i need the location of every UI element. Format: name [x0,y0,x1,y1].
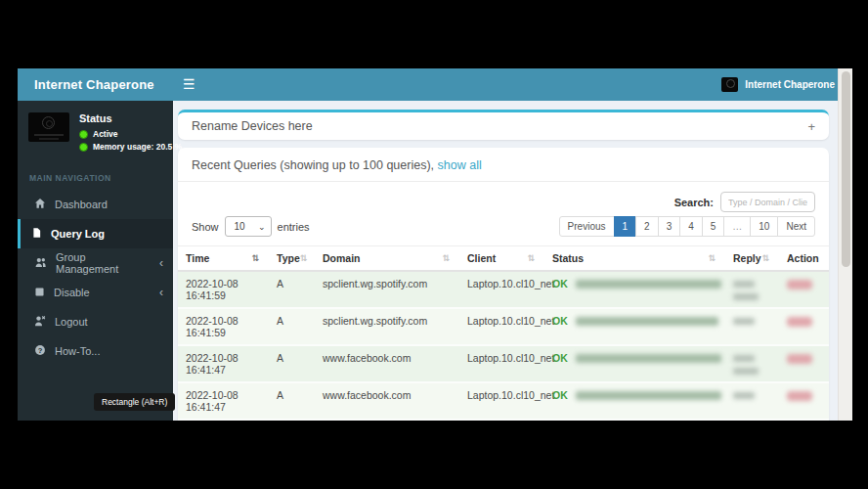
cell-client: Laptop.10.cl10_net [459,382,544,420]
pagination-page-4[interactable]: 4 [679,216,703,237]
col-header-client[interactable]: Client⇅ [459,246,544,272]
logout-icon [34,315,46,329]
scrollbar-thumb[interactable] [842,71,850,267]
table-row: 2022-10-08 16:41:47 A www.facebook.com L… [178,382,829,420]
sort-icon: ⇅ [442,253,450,263]
sort-icon: ⇅ [251,253,259,263]
home-icon [34,198,46,211]
sidebar-item-how-to[interactable]: ? How-To... [18,336,173,366]
pagination-page-10[interactable]: 10 [750,216,778,237]
sidebar-nav: Dashboard Query Log Group Management ‹ D… [18,190,173,366]
screenshot-tooltip: Rectangle (Alt+R) [94,393,175,411]
col-header-domain[interactable]: Domain⇅ [315,246,459,272]
brand-logo [28,112,69,142]
page-size-control: Show 10 ⌄ entries [192,216,310,237]
expand-icon[interactable]: + [807,119,815,134]
sort-icon: ⇅ [300,253,308,263]
redacted-action-button[interactable] [787,354,812,364]
menu-toggle-icon[interactable]: ☰ [183,76,195,93]
show-label: Show [192,221,219,233]
cell-type: A [269,308,315,345]
status-active: Active [79,129,182,139]
col-header-status[interactable]: Status⇅ [544,246,725,272]
cell-type: A [269,271,315,308]
table-row: 2022-10-08 16:41:59 A spclient.wg.spotif… [178,271,829,308]
sidebar-item-disable[interactable]: Disable ‹ [18,278,173,307]
cell-domain: spclient.wg.spotify.com [315,271,459,308]
pagination-page-3[interactable]: 3 [658,216,681,237]
queries-panel-title: Recent Queries (showing up to 100 querie… [178,148,829,182]
redacted-status-text [576,317,718,326]
status-panel: Status Active Memory usage: 20.5 % [18,101,173,163]
pagination-page-1[interactable]: 1 [614,216,637,237]
screen: Internet Chaperone Status Active Memory [0,0,868,489]
pagination-previous[interactable]: Previous [559,216,615,237]
search-area: Search: [192,192,815,212]
topbar-brand: Internet Chaperone [721,68,835,101]
col-header-type[interactable]: Type⇅ [269,246,315,272]
recent-queries-panel: Recent Queries (showing up to 100 querie… [178,148,829,421]
search-input[interactable] [720,192,815,212]
cell-client: Laptop.10.cl10_net [459,308,544,345]
cell-time: 2022-10-08 16:41:20 [178,420,269,421]
app-window: Internet Chaperone Status Active Memory [18,68,852,421]
sidebar-item-label: Group Management [56,251,151,275]
status-title: Status [79,112,182,124]
sidebar-item-dashboard[interactable]: Dashboard [18,190,173,219]
page-size-value: 10 [235,221,245,232]
stop-icon [34,287,45,299]
chevron-left-icon: ‹ [159,257,163,269]
topbar: ☰ Internet Chaperone [173,68,852,101]
redacted-action-button[interactable] [787,317,812,327]
pagination: Previous 1 2 3 4 5 … 10 Next [560,216,815,237]
sidebar-item-label: Query Log [51,228,105,240]
redacted-status-text [576,354,721,363]
cell-time: 2022-10-08 16:41:47 [178,345,269,382]
sidebar-brand: Internet Chaperone [18,68,173,101]
cell-time: 2022-10-08 16:41:59 [178,271,269,308]
status-memory-label: Memory usage: 20.5 % [93,142,182,152]
redacted-action-button[interactable] [787,280,812,289]
sidebar-item-group-management[interactable]: Group Management ‹ [18,248,173,278]
chevron-down-icon: ⌄ [258,222,266,232]
cell-domain: spclient.wg.spotify.com [315,308,459,345]
header-brand-label: Internet Chaperone [745,79,835,90]
pagination-next[interactable]: Next [777,216,815,237]
table-row: 2022-10-08 16:41:20 A play.google.com La… [178,420,829,421]
redacted-reply-text [733,355,755,362]
col-header-time[interactable]: Time⇅ [178,246,269,272]
show-all-link[interactable]: show all [438,158,482,172]
cell-client: Laptop.10.cl10_net [459,345,544,382]
cell-client: Laptop.10.cl10_net [459,420,544,421]
status-active-label: Active [93,129,118,139]
users-icon [34,256,47,270]
queries-title-text: Recent Queries (showing up to 100 querie… [192,158,438,172]
sidebar-item-query-log[interactable]: Query Log [18,219,173,248]
pagination-page-2[interactable]: 2 [635,216,659,237]
sidebar-item-label: Logout [55,316,88,328]
table-row: 2022-10-08 16:41:47 A www.facebook.com L… [178,345,829,382]
main-area: ☰ Internet Chaperone Rename Devices here… [173,68,852,421]
sidebar-item-logout[interactable]: Logout [18,307,173,336]
pagination-page-5[interactable]: 5 [702,216,725,237]
col-header-reply[interactable]: Reply⇅ [725,246,779,272]
rename-devices-panel: Rename Devices here + [178,110,829,140]
status-dot-icon [79,130,88,139]
cell-type: A [269,420,315,421]
logo-emblem-icon [42,116,55,129]
status-ok: OK [552,389,568,401]
queries-table: Time⇅ Type⇅ Domain⇅ Client⇅ Status⇅ Repl… [178,245,829,421]
page-size-select[interactable]: 10 ⌄ [225,216,272,237]
cell-domain: www.facebook.com [315,382,459,420]
nav-section-label: MAIN NAVIGATION [18,163,173,190]
cell-type: A [269,382,315,420]
scrollbar[interactable] [838,68,852,421]
sidebar-item-label: Disable [54,287,90,298]
pagination-ellipsis: … [723,216,751,237]
redacted-action-button[interactable] [787,391,812,401]
redacted-reply-text [733,368,759,375]
redacted-reply-text [733,392,755,399]
sidebar: Internet Chaperone Status Active Memory [18,68,173,421]
cell-time: 2022-10-08 16:41:47 [178,382,269,420]
search-label: Search: [674,197,714,208]
